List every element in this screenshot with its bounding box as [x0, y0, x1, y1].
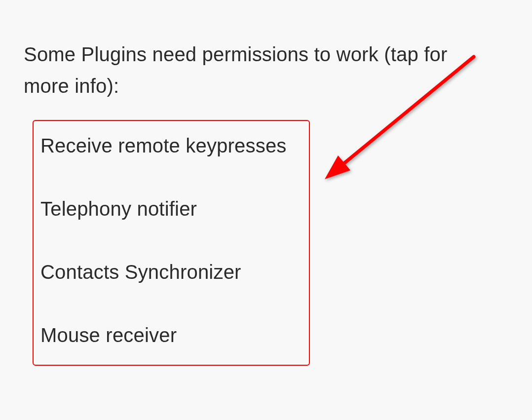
plugin-item-mouse-receiver[interactable]: Mouse receiver: [40, 317, 302, 353]
svg-marker-1: [325, 155, 350, 179]
permissions-header: Some Plugins need permissions to work (t…: [24, 38, 468, 102]
plugin-item-telephony-notifier[interactable]: Telephony notifier: [40, 191, 302, 227]
plugin-permissions-list: Receive remote keypresses Telephony noti…: [33, 120, 310, 366]
plugin-item-contacts-synchronizer[interactable]: Contacts Synchronizer: [40, 254, 302, 290]
plugin-item-remote-keypresses[interactable]: Receive remote keypresses: [40, 128, 302, 163]
